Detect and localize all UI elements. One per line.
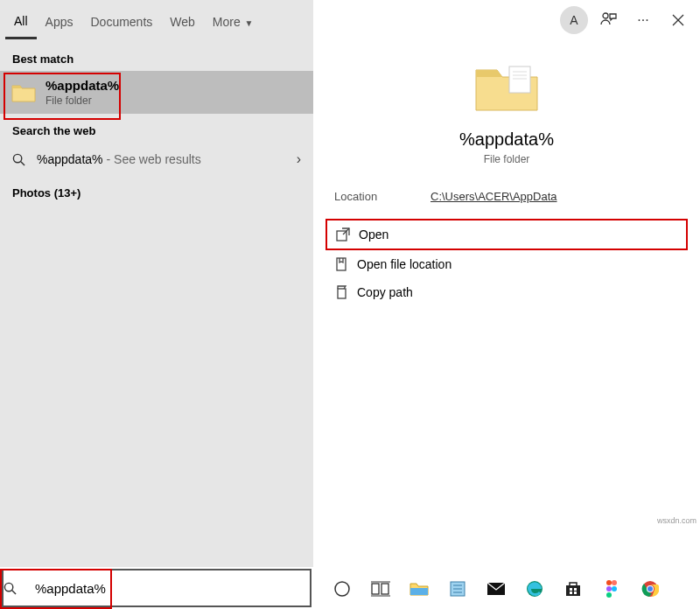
tab-documents[interactable]: Documents [81, 4, 161, 38]
chevron-down-icon: ▼ [242, 18, 254, 28]
taskbar [313, 569, 700, 609]
preview-pane: %appdata% File folder [313, 61, 700, 165]
more-options-icon[interactable]: ··· [628, 5, 658, 35]
svg-rect-20 [410, 588, 428, 595]
search-input[interactable] [35, 581, 310, 596]
section-photos[interactable]: Photos (13+) [0, 176, 313, 205]
preview-title: %appdata% [331, 130, 682, 150]
svg-point-32 [606, 580, 612, 585]
action-label: Open file location [357, 257, 452, 271]
preview-subtitle: File folder [331, 153, 682, 165]
best-match-result[interactable]: %appdata% File folder [0, 71, 313, 114]
edge-icon[interactable] [523, 578, 546, 600]
svg-point-34 [606, 586, 612, 592]
svg-rect-17 [382, 584, 388, 594]
result-subtitle: File folder [46, 94, 119, 107]
svg-rect-27 [566, 585, 580, 596]
svg-line-14 [12, 590, 16, 593]
folder-location-icon [334, 257, 357, 271]
folder-icon [472, 61, 541, 114]
svg-point-36 [606, 592, 612, 598]
search-icon [12, 153, 32, 166]
tab-more[interactable]: More ▼ [204, 4, 262, 38]
close-icon[interactable] [663, 5, 693, 35]
section-search-web: Search the web [0, 114, 313, 143]
svg-rect-29 [574, 588, 577, 591]
svg-point-35 [612, 586, 617, 592]
svg-point-33 [612, 580, 617, 585]
svg-rect-31 [574, 592, 577, 594]
web-hint: - See web results [107, 152, 201, 166]
svg-rect-16 [372, 584, 379, 594]
svg-point-39 [648, 586, 653, 592]
store-icon[interactable] [562, 578, 584, 600]
svg-rect-12 [338, 289, 346, 298]
result-title: %appdata% [46, 78, 119, 93]
action-open[interactable]: Open [326, 219, 688, 250]
file-explorer-icon[interactable] [408, 578, 430, 600]
action-open-location[interactable]: Open file location [326, 250, 688, 278]
copy-icon [334, 285, 357, 299]
svg-rect-30 [570, 592, 572, 594]
watermark: wsxdn.com [657, 516, 696, 525]
action-copy-path[interactable]: Copy path [326, 278, 688, 306]
open-icon [336, 228, 359, 242]
notepad-icon[interactable] [446, 578, 469, 600]
svg-rect-28 [570, 588, 572, 591]
svg-point-15 [335, 582, 349, 596]
svg-rect-5 [509, 66, 530, 93]
chrome-icon[interactable] [639, 578, 662, 600]
location-label: Location [334, 190, 430, 203]
search-tabs: All Apps Documents Web More ▼ [0, 0, 313, 42]
web-term: %appdata% [37, 152, 103, 166]
section-best-match: Best match [0, 42, 313, 71]
tab-all[interactable]: All [5, 4, 37, 39]
folder-icon [10, 79, 37, 107]
feedback-icon[interactable] [593, 5, 623, 35]
cortana-icon[interactable] [331, 578, 354, 600]
chevron-right-icon[interactable]: › [297, 151, 301, 167]
location-row: Location C:\Users\ACER\AppData [313, 165, 700, 210]
svg-point-0 [13, 154, 21, 162]
tab-apps[interactable]: Apps [37, 4, 82, 38]
svg-point-13 [4, 583, 12, 591]
svg-line-1 [21, 161, 24, 164]
tab-web[interactable]: Web [161, 4, 204, 38]
svg-point-2 [603, 13, 608, 18]
web-result[interactable]: %appdata% - See web results › [0, 143, 313, 176]
search-icon [4, 582, 35, 595]
location-value[interactable]: C:\Users\ACER\AppData [430, 190, 557, 203]
svg-rect-11 [337, 258, 346, 270]
search-bar[interactable] [2, 569, 312, 607]
action-label: Open [359, 228, 388, 242]
action-label: Copy path [357, 285, 413, 299]
task-view-icon[interactable] [369, 578, 392, 600]
mail-icon[interactable] [485, 578, 508, 600]
user-avatar[interactable]: A [560, 6, 588, 34]
figma-icon[interactable] [600, 578, 623, 600]
